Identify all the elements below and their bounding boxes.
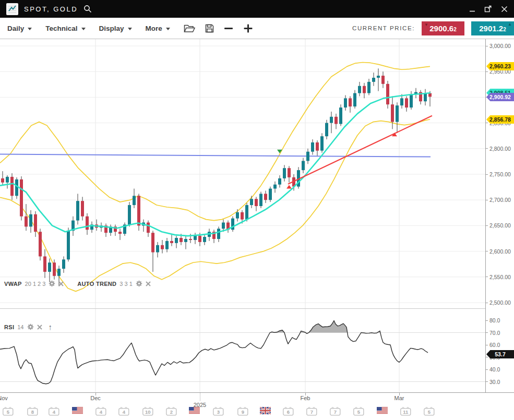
svg-text:3: 3 — [217, 409, 219, 415]
calendar-event-icon[interactable]: 7 — [329, 407, 341, 416]
calendar-event-icon[interactable]: 4 — [94, 407, 107, 416]
menu-display[interactable]: Display — [99, 25, 132, 32]
axis-tick — [486, 225, 488, 226]
minimize-button[interactable] — [469, 6, 475, 12]
time-axis-label: Nov — [0, 395, 13, 401]
ask-price-box: ▲ 2901.22 — [471, 21, 514, 35]
time-axis-label: Dec — [85, 395, 106, 401]
close-icon[interactable] — [37, 325, 42, 330]
close-icon[interactable] — [501, 6, 508, 13]
chevron-down-icon — [166, 28, 170, 30]
menu-more[interactable]: More — [146, 25, 170, 32]
axis-tick — [486, 345, 488, 345]
calendar-event-icon[interactable]: 4 — [47, 407, 60, 416]
axis-tick-label: 2,800.00 — [489, 145, 511, 152]
chart-region: VWAP 20 1 2 3 AUTO TREND 3 3 1 RSI 14 — [0, 39, 514, 420]
svg-text:5: 5 — [6, 409, 9, 415]
axis-tick-label: 80.0 — [489, 317, 500, 324]
calendar-event-icon[interactable]: 6 — [282, 407, 294, 416]
svg-text:4: 4 — [99, 409, 102, 415]
flag-us-icon[interactable] — [376, 407, 388, 414]
flag-us-icon[interactable] — [71, 407, 83, 414]
menu-technical[interactable]: Technical — [45, 25, 85, 32]
svg-text:4: 4 — [52, 409, 55, 415]
rsi-value-tag: 53.7 — [486, 350, 514, 358]
auto-trend-name: AUTO TREND — [77, 281, 116, 287]
chevron-down-icon — [128, 28, 132, 30]
zoom-out-icon[interactable] — [224, 23, 233, 33]
price-axis[interactable]: 30.040.050.060.070.080.02,500.002,550.00… — [485, 39, 514, 392]
calendar-event-icon[interactable]: 9 — [236, 407, 249, 416]
vwap-legend: VWAP 20 1 2 3 AUTO TREND 3 3 1 — [4, 280, 151, 287]
time-axis-label: Feb — [295, 395, 316, 401]
chart-application-window: SPOT, GOLD Daily Technical Display More — [0, 0, 514, 420]
calendar-event-icon[interactable]: 4 — [117, 407, 130, 416]
calendar-event-icon[interactable]: 5 — [352, 407, 365, 416]
title-bar: SPOT, GOLD — [0, 0, 514, 18]
svg-text:8: 8 — [31, 409, 33, 415]
auto-trend-params: 3 3 1 — [119, 281, 132, 287]
rsi-params: 14 — [17, 324, 23, 330]
gear-icon[interactable] — [27, 323, 34, 330]
chevron-down-icon — [81, 28, 86, 30]
axis-tick-label: 2,550.00 — [489, 273, 511, 281]
axis-tick — [486, 357, 488, 357]
svg-text:10: 10 — [145, 409, 151, 415]
zoom-in-icon[interactable] — [243, 23, 253, 33]
axis-tick-label: 70.0 — [489, 329, 500, 337]
year-separator — [200, 393, 200, 401]
axis-tick-label: 60.0 — [489, 341, 500, 349]
svg-text:9: 9 — [241, 409, 244, 415]
arrow-down-icon: ▼ — [424, 23, 428, 27]
rsi-indicator-chart[interactable] — [0, 309, 485, 392]
current-price-label: CURRENT PRICE: — [352, 25, 415, 31]
svg-text:11: 11 — [403, 409, 409, 415]
axis-tick — [486, 320, 488, 321]
axis-tick — [486, 148, 488, 149]
flag-us-icon[interactable] — [188, 407, 200, 414]
gear-icon[interactable] — [49, 280, 55, 287]
symbol-title: SPOT, GOLD — [24, 5, 78, 13]
svg-text:6: 6 — [286, 409, 289, 415]
axis-tick — [486, 123, 488, 123]
arrow-up-icon: ▲ — [508, 22, 512, 27]
calendar-event-icon[interactable]: 8 — [26, 407, 39, 416]
axis-tick — [486, 46, 488, 46]
calendar-event-icon[interactable]: 10 — [141, 407, 154, 416]
menu-daily[interactable]: Daily — [7, 25, 32, 32]
axis-tick-label: 40.0 — [489, 366, 500, 373]
calendar-event-icon[interactable]: 11 — [399, 407, 412, 416]
rsi-legend: RSI 14 ↑ — [4, 322, 52, 331]
axis-tick-label: 2,600.00 — [489, 248, 511, 255]
popout-button[interactable] — [484, 5, 492, 13]
close-icon[interactable] — [146, 281, 151, 286]
axis-tick — [486, 332, 488, 333]
app-logo-icon — [6, 3, 18, 15]
axis-tick-label: 2,700.00 — [489, 196, 511, 203]
axis-tick — [486, 369, 488, 370]
calendar-event-icon[interactable]: 5 — [423, 407, 435, 416]
rsi-name: RSI — [4, 324, 14, 330]
axis-tick — [486, 381, 488, 382]
calendar-event-icon[interactable]: 5 — [2, 407, 14, 416]
move-indicator-up-icon[interactable]: ↑ — [49, 322, 53, 331]
calendar-event-icon[interactable]: 7 — [305, 407, 318, 416]
time-axis[interactable]: NovDec2025FebMar — [0, 392, 514, 403]
open-folder-icon[interactable] — [184, 24, 195, 33]
flag-uk-icon[interactable] — [259, 407, 271, 414]
chevron-down-icon — [28, 28, 32, 30]
save-icon[interactable] — [205, 24, 214, 33]
close-icon[interactable] — [58, 281, 64, 286]
calendar-event-icon[interactable]: 2 — [165, 407, 177, 416]
svg-text:7: 7 — [333, 409, 336, 415]
axis-tick-label: 2,650.00 — [489, 222, 511, 229]
axis-tick — [486, 200, 488, 200]
gear-icon[interactable] — [136, 280, 142, 287]
svg-text:2: 2 — [170, 409, 172, 415]
calendar-event-icon[interactable]: 3 — [212, 407, 224, 416]
axis-tick — [486, 71, 488, 72]
axis-tick — [486, 303, 488, 303]
search-icon[interactable] — [83, 5, 92, 13]
svg-text:4: 4 — [122, 409, 125, 415]
main-price-chart[interactable] — [0, 39, 485, 309]
